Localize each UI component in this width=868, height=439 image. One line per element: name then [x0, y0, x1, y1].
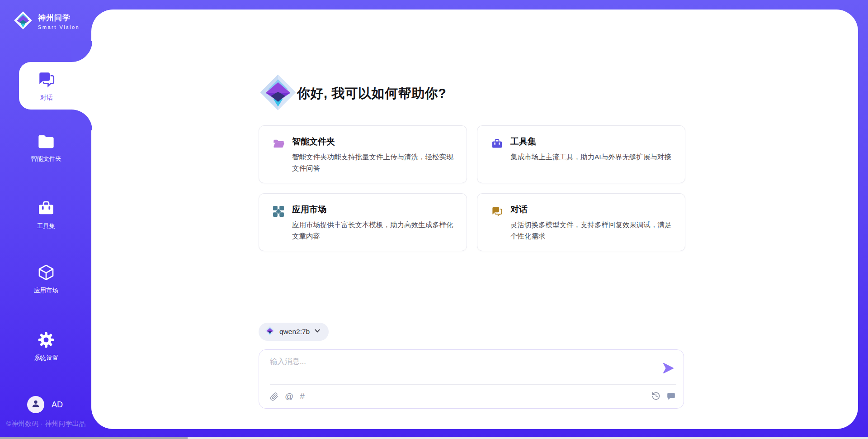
card-title: 智能文件夹	[292, 136, 458, 148]
sidebar-item-label: 工具集	[37, 222, 56, 230]
card-title: 对话	[510, 204, 676, 215]
card-desc: 集成市场上主流工具，助力AI与外界无缝扩展与对接	[510, 151, 676, 162]
app-title: 神州问学	[38, 13, 80, 23]
grid-cube-icon	[273, 205, 284, 219]
folder-open-icon	[273, 138, 285, 151]
send-arrow-icon[interactable]	[662, 362, 675, 376]
sidebar-item-smart-folder[interactable]: 智能文件夹	[0, 134, 92, 163]
chat-bubbles-icon	[491, 205, 503, 220]
diamond-logo-icon	[265, 326, 275, 338]
folder-icon	[37, 134, 55, 151]
paperclip-icon[interactable]	[270, 392, 278, 401]
composer-divider	[270, 384, 676, 385]
briefcase-icon	[491, 138, 503, 152]
app-logo: 神州问学 Smart Vision	[14, 11, 80, 32]
sidebar-item-label: 智能文件夹	[31, 155, 61, 163]
scrollbar-thumb[interactable]	[0, 437, 188, 439]
cube-icon	[37, 263, 55, 283]
mention-icon[interactable]: @	[285, 391, 293, 401]
greeting-title: 你好, 我可以如何帮助你?	[297, 85, 446, 103]
app-subtitle: Smart Vision	[38, 24, 80, 30]
tab-fillet-bottom	[71, 110, 92, 130]
horizontal-scrollbar[interactable]	[0, 437, 868, 439]
chat-bubbles-icon	[37, 70, 56, 91]
card-smart-folder[interactable]: 智能文件夹 智能文件夹功能支持批量文件上传与清洗，轻松实现文件问答	[259, 125, 467, 183]
card-title: 工具集	[510, 136, 676, 148]
sidebar-footer: ©神州数码 · 神州问学出品	[6, 420, 92, 428]
sidebar-item-label: 应用市场	[34, 286, 58, 295]
card-desc: 应用市场提供丰富长文本模板，助力高效生成多样化文章内容	[292, 219, 458, 242]
chevron-down-icon	[314, 328, 321, 336]
sidebar-item-chat[interactable]: 对话	[19, 62, 92, 110]
sidebar-item-settings[interactable]: 系统设置	[0, 331, 92, 362]
card-toolset[interactable]: 工具集 集成市场上主流工具，助力AI与外界无缝扩展与对接	[477, 125, 685, 183]
card-desc: 智能文件夹功能支持批量文件上传与清洗，轻松实现文件问答	[292, 151, 458, 174]
card-app-market[interactable]: 应用市场 应用市场提供丰富长文本模板，助力高效生成多样化文章内容	[259, 193, 467, 251]
user-name: AD	[52, 400, 63, 410]
diamond-logo-icon	[14, 11, 33, 32]
sidebar-item-label: 系统设置	[34, 354, 58, 362]
message-composer: @ #	[259, 349, 684, 409]
sidebar-item-app-market[interactable]: 应用市场	[0, 263, 92, 295]
person-icon	[31, 399, 41, 410]
sidebar-item-toolset[interactable]: 工具集	[0, 199, 92, 230]
user-profile[interactable]: AD	[27, 396, 63, 413]
card-title: 应用市场	[292, 204, 458, 215]
gear-icon	[37, 331, 55, 350]
hashtag-icon[interactable]: #	[300, 391, 305, 401]
diamond-logo-icon	[259, 73, 297, 113]
card-chat[interactable]: 对话 灵活切换多模型文件，支持多样回复效果调试，满足个性化需求	[477, 193, 685, 251]
card-desc: 灵活切换多模型文件，支持多样回复效果调试，满足个性化需求	[510, 219, 676, 242]
message-input[interactable]	[259, 350, 648, 380]
tab-fillet-top	[71, 41, 92, 62]
avatar[interactable]	[27, 396, 44, 413]
feedback-bubble-icon[interactable]	[667, 392, 675, 401]
model-name: qwen2:7b	[279, 328, 310, 336]
sidebar-item-label: 对话	[40, 94, 53, 102]
model-selector[interactable]: qwen2:7b	[259, 323, 329, 341]
history-icon[interactable]	[651, 391, 660, 401]
toolbox-icon	[37, 199, 55, 219]
